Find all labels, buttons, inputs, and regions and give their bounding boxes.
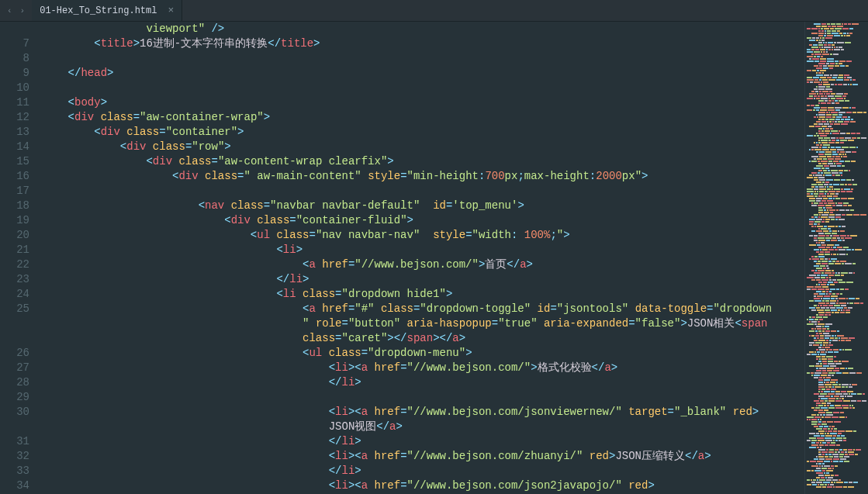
code-line[interactable]: [42, 81, 804, 95]
line-number: 22: [0, 257, 29, 272]
line-number: 17: [0, 184, 29, 199]
line-number: 18: [0, 199, 29, 213]
code-line[interactable]: </head>: [42, 66, 804, 81]
line-number: 10: [0, 81, 29, 95]
line-number: 11: [0, 95, 29, 110]
line-number: 24: [0, 287, 29, 302]
code-line[interactable]: <a href="#" class="dropdown-toggle" id="…: [42, 302, 804, 316]
code-line[interactable]: <div class="aw-container-wrap">: [42, 110, 804, 125]
code-line[interactable]: <title>16进制-文本字符串的转换</title>: [42, 36, 804, 51]
code-line[interactable]: <li>: [42, 243, 804, 257]
line-number: 32: [0, 449, 29, 464]
line-number: 7: [0, 36, 29, 51]
line-number: 25: [0, 302, 29, 316]
code-line[interactable]: <div class="container-fluid">: [42, 213, 804, 228]
code-line[interactable]: viewport" />: [42, 22, 804, 36]
line-number: 13: [0, 125, 29, 140]
code-line[interactable]: <li><a href="//www.bejson.com/zhuanyi/" …: [42, 449, 804, 464]
code-line[interactable]: [42, 51, 804, 66]
code-line[interactable]: class="caret"></span></a>: [42, 331, 804, 346]
code-line[interactable]: </li>: [42, 272, 804, 287]
code-line[interactable]: <div class="container">: [42, 125, 804, 140]
code-line[interactable]: <nav class="navbar navbar-default" id='t…: [42, 199, 804, 213]
code-line[interactable]: <li><a href="//www.bejson.com/jsonviewer…: [42, 405, 804, 420]
code-line[interactable]: [42, 184, 804, 199]
code-line[interactable]: <div class="aw-content-wrap clearfix">: [42, 154, 804, 169]
line-number: [0, 316, 29, 331]
tab-filename: 01-Hex_To_String.html: [40, 5, 157, 16]
line-number: 21: [0, 243, 29, 257]
code-content[interactable]: viewport" /> <title>16进制-文本字符串的转换</title…: [42, 22, 804, 494]
line-number: 33: [0, 464, 29, 478]
line-number: [0, 331, 29, 346]
code-line[interactable]: <ul class="nav navbar-nav" style="width:…: [42, 228, 804, 243]
line-number: 28: [0, 375, 29, 390]
line-number: 23: [0, 272, 29, 287]
editor-area: 7891011121314151617181920212223242526272…: [0, 22, 868, 494]
tab-bar: ‹ › 01-Hex_To_String.html ×: [0, 0, 868, 22]
line-number: 27: [0, 361, 29, 375]
main-editor[interactable]: 7891011121314151617181920212223242526272…: [0, 22, 804, 494]
code-line[interactable]: <li><a href="//www.bejson.com/">格式化校验</a…: [42, 361, 804, 375]
line-number: 8: [0, 51, 29, 66]
line-number: [0, 22, 29, 36]
nav-arrows: ‹ ›: [0, 0, 32, 21]
code-line[interactable]: <div class=" aw-main-content" style="min…: [42, 169, 804, 184]
line-number: 26: [0, 346, 29, 361]
code-line[interactable]: </li>: [42, 464, 804, 478]
line-number: 29: [0, 390, 29, 405]
code-line[interactable]: <body>: [42, 95, 804, 110]
code-line[interactable]: <li><a href="//www.bejson.com/json2javap…: [42, 478, 804, 493]
file-tab[interactable]: 01-Hex_To_String.html ×: [32, 0, 182, 21]
line-number-gutter: 7891011121314151617181920212223242526272…: [0, 22, 42, 494]
close-icon[interactable]: ×: [168, 5, 174, 16]
code-line[interactable]: JSON视图</a>: [42, 420, 804, 434]
line-number: 30: [0, 405, 29, 420]
nav-back-icon[interactable]: ‹: [5, 5, 15, 17]
line-number: 12: [0, 110, 29, 125]
line-number: 14: [0, 140, 29, 154]
code-line[interactable]: <li class="dropdown hide1">: [42, 287, 804, 302]
line-number: 20: [0, 228, 29, 243]
code-line[interactable]: <ul class="dropdown-menu">: [42, 346, 804, 361]
line-number: 9: [0, 66, 29, 81]
line-number: [0, 420, 29, 434]
code-line[interactable]: <a href="//www.bejson.com/">首页</a>: [42, 257, 804, 272]
code-line[interactable]: [42, 390, 804, 405]
line-number: 34: [0, 478, 29, 493]
line-number: 19: [0, 213, 29, 228]
code-line[interactable]: <div class="row">: [42, 140, 804, 154]
code-line[interactable]: " role="button" aria-haspopup="true" ari…: [42, 316, 804, 331]
code-line[interactable]: </li>: [42, 375, 804, 390]
minimap[interactable]: [804, 22, 868, 494]
line-number: 15: [0, 154, 29, 169]
line-number: 31: [0, 434, 29, 449]
line-number: 16: [0, 169, 29, 184]
nav-forward-icon[interactable]: ›: [18, 5, 28, 17]
code-line[interactable]: </li>: [42, 434, 804, 449]
